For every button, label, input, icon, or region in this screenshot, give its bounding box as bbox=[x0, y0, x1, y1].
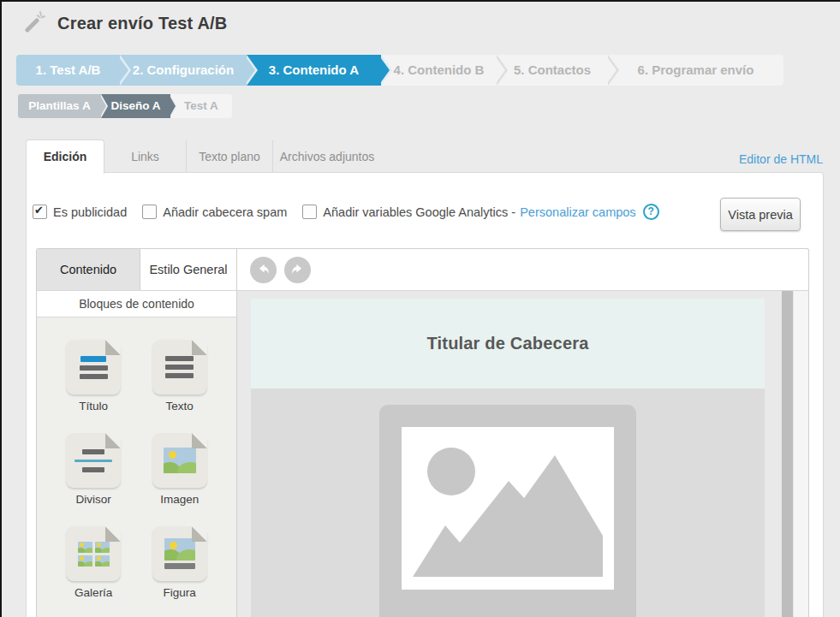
page-title: Crear envío Test A/B bbox=[57, 14, 228, 33]
tab-archivos-adjuntos[interactable]: Archivos adjuntos bbox=[273, 140, 381, 173]
image-placeholder-block[interactable] bbox=[379, 405, 636, 617]
email-canvas: Titular de Cabecera bbox=[237, 291, 782, 617]
block-galeria[interactable]: Galería bbox=[66, 526, 121, 599]
email-document: Titular de Cabecera bbox=[251, 299, 765, 617]
divisor-block-icon bbox=[66, 433, 121, 488]
page-fold-icon bbox=[192, 340, 207, 355]
google-analytics-label: Añadir variables Google Analytics - bbox=[323, 205, 515, 219]
block-label: Título bbox=[79, 400, 108, 412]
email-header-title: Titular de Cabecera bbox=[426, 334, 588, 353]
option-google-analytics: Añadir variables Google Analytics - Pers… bbox=[302, 204, 658, 220]
editor-de-html-link[interactable]: Editor de HTML bbox=[739, 152, 823, 166]
breadcrumb-test-a[interactable]: Test A bbox=[170, 94, 232, 118]
step-tab-contenido-b[interactable]: 4. Contenido B bbox=[381, 55, 497, 86]
block-titulo[interactable]: Título bbox=[66, 340, 121, 412]
content-tabs: Edición Links Texto plano Archivos adjun… bbox=[26, 139, 381, 173]
option-es-publicidad: Es publicidad bbox=[33, 205, 127, 219]
cabecera-spam-label: Añadir cabecera spam bbox=[163, 205, 287, 219]
editor-toolbar bbox=[237, 249, 808, 290]
breadcrumb: Plantillas A Diseño A Test A bbox=[18, 94, 232, 118]
redo-button[interactable] bbox=[284, 257, 311, 283]
galeria-block-icon bbox=[66, 526, 121, 581]
step-tab-configuracion[interactable]: 2. Configuración bbox=[120, 55, 247, 86]
canvas-scrollbar[interactable] bbox=[782, 291, 793, 617]
es-publicidad-label: Es publicidad bbox=[53, 205, 127, 219]
tab-texto-plano[interactable]: Texto plano bbox=[187, 140, 273, 173]
block-label: Texto bbox=[166, 400, 194, 412]
edicion-panel: Es publicidad Añadir cabecera spam Añadi… bbox=[26, 172, 824, 617]
imagen-block-icon bbox=[152, 433, 207, 488]
block-texto[interactable]: Texto bbox=[152, 340, 207, 412]
google-analytics-checkbox[interactable] bbox=[302, 205, 317, 219]
step-tab-contenido-a[interactable]: 3. Contenido A bbox=[247, 55, 381, 86]
block-imagen[interactable]: Imagen bbox=[152, 433, 207, 506]
page-fold-icon bbox=[192, 526, 207, 542]
canvas-right-gutter bbox=[793, 291, 808, 617]
redo-icon bbox=[290, 263, 305, 277]
image-placeholder-icon bbox=[402, 427, 614, 590]
es-publicidad-checkbox[interactable] bbox=[33, 205, 47, 219]
titulo-block-icon bbox=[66, 340, 121, 395]
photo-icon bbox=[164, 448, 196, 473]
option-cabecera-spam: Añadir cabecera spam bbox=[142, 205, 287, 219]
photo-icon bbox=[164, 538, 195, 561]
personalizar-campos-link[interactable]: Personalizar campos bbox=[520, 205, 635, 219]
app-header: Crear envío Test A/B bbox=[24, 10, 228, 36]
tab-edicion[interactable]: Edición bbox=[26, 139, 104, 174]
texto-block-icon bbox=[152, 340, 207, 395]
page-fold-icon bbox=[105, 340, 121, 355]
block-figura[interactable]: Figura bbox=[152, 526, 207, 599]
page-fold-icon bbox=[105, 433, 121, 448]
editor-body: Bloques de contenido Título bbox=[37, 291, 808, 617]
cabecera-spam-checkbox[interactable] bbox=[142, 205, 157, 219]
undo-button[interactable] bbox=[250, 257, 277, 283]
editor-tab-estilo-general[interactable]: Estilo General bbox=[140, 249, 237, 290]
email-editor: Contenido Estilo General Bloques de cont bbox=[36, 248, 809, 617]
figura-block-icon bbox=[152, 526, 207, 581]
editor-tab-contenido[interactable]: Contenido bbox=[37, 249, 140, 290]
blocks-panel-title: Bloques de contenido bbox=[37, 291, 236, 317]
screenshot-left-edge bbox=[0, 0, 2, 617]
step-tab-programar-envio[interactable]: 6. Programar envío bbox=[608, 55, 783, 86]
step-wizard: 1. Test A/B 2. Configuración 3. Contenid… bbox=[16, 55, 783, 86]
content-blocks-panel: Bloques de contenido Título bbox=[37, 291, 237, 617]
page-fold-icon bbox=[192, 433, 207, 448]
options-row: Es publicidad Añadir cabecera spam Añadi… bbox=[33, 204, 659, 220]
block-divisor[interactable]: Divisor bbox=[66, 433, 121, 506]
block-label: Galería bbox=[74, 586, 112, 599]
step-tab-contactos[interactable]: 5. Contactos bbox=[497, 55, 608, 86]
blocks-grid: Título Texto bbox=[37, 317, 236, 617]
undo-icon bbox=[256, 263, 271, 277]
email-header-block[interactable]: Titular de Cabecera bbox=[251, 299, 765, 389]
tab-links[interactable]: Links bbox=[104, 140, 187, 173]
block-label: Divisor bbox=[76, 493, 111, 506]
step-tab-test-ab[interactable]: 1. Test A/B bbox=[16, 55, 120, 86]
screenshot-top-edge bbox=[0, 0, 840, 2]
vista-previa-button[interactable]: Vista previa bbox=[720, 198, 801, 231]
help-icon[interactable]: ? bbox=[643, 204, 659, 220]
magic-wand-icon bbox=[24, 10, 46, 36]
breadcrumb-diseno-a[interactable]: Diseño A bbox=[101, 94, 170, 118]
page-fold-icon bbox=[105, 526, 121, 542]
editor-header: Contenido Estilo General bbox=[37, 249, 808, 291]
block-label: Figura bbox=[164, 586, 196, 599]
breadcrumb-plantillas-a[interactable]: Plantillas A bbox=[18, 94, 101, 118]
block-label: Imagen bbox=[160, 493, 199, 506]
email-body bbox=[251, 389, 765, 617]
